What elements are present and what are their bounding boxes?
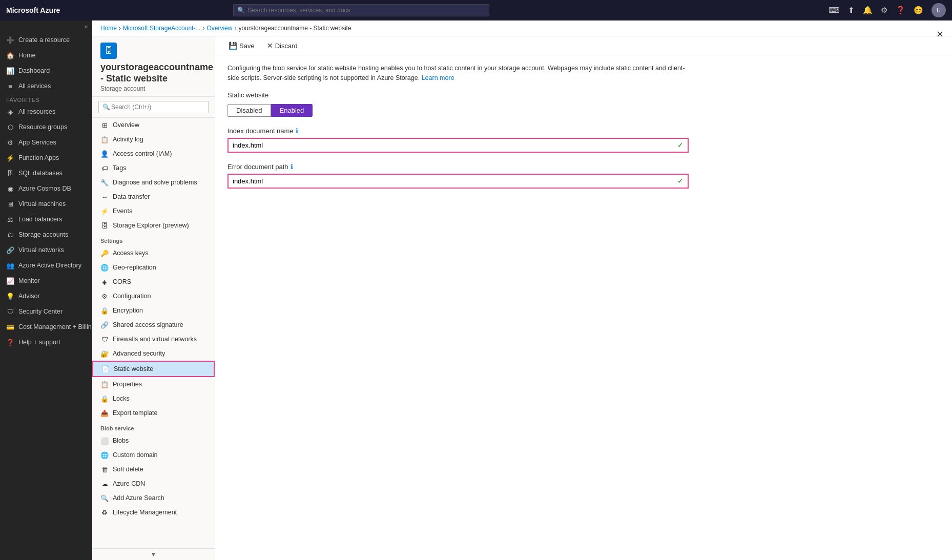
sidebar-item-all-resources[interactable]: ◈ All resources — [0, 104, 92, 119]
upload-icon[interactable]: ⬆ — [848, 6, 855, 15]
nav-access-keys-label: Access keys — [113, 250, 148, 257]
sidebar-item-aad[interactable]: 👥 Azure Active Directory — [0, 258, 92, 273]
breadcrumb-home[interactable]: Home — [100, 25, 117, 32]
nav-cors-label: CORS — [113, 278, 131, 285]
notifications-icon[interactable]: 🔔 — [863, 6, 873, 15]
save-button[interactable]: 💾 Save — [223, 39, 260, 52]
nav-firewalls-label: Firewalls and virtual networks — [113, 336, 197, 343]
cloud-shell-icon[interactable]: ⌨ — [829, 6, 840, 15]
sidebar-item-load-balancers[interactable]: ⚖ Load balancers — [0, 212, 92, 227]
nav-item-data-transfer[interactable]: ↔ Data transfer — [92, 190, 215, 204]
vnet-label: Virtual networks — [18, 246, 64, 254]
nav-item-locks[interactable]: 🔒 Locks — [92, 391, 215, 406]
learn-more-link[interactable]: Learn more — [422, 74, 454, 81]
sidebar-item-function-apps[interactable]: ⚡ Function Apps — [0, 150, 92, 165]
nav-item-overview[interactable]: ⊞ Overview — [92, 118, 215, 132]
home-label: Home — [18, 52, 35, 59]
nav-item-properties[interactable]: 📋 Properties — [92, 377, 215, 391]
sidebar-item-cosmos-db[interactable]: ◉ Azure Cosmos DB — [0, 181, 92, 196]
nav-item-access-keys[interactable]: 🔑 Access keys — [92, 246, 215, 260]
content-area: Home › Microsoft.StorageAccount-... › Ov… — [92, 20, 952, 560]
breadcrumb-storage-account[interactable]: Microsoft.StorageAccount-... — [123, 25, 200, 32]
nav-item-tags[interactable]: 🏷 Tags — [92, 161, 215, 175]
sidebar-item-home[interactable]: 🏠 Home — [0, 48, 92, 63]
nav-item-encryption[interactable]: 🔒 Encryption — [92, 303, 215, 318]
nav-search-label: Add Azure Search — [113, 494, 164, 502]
feedback-icon[interactable]: 😊 — [914, 6, 923, 15]
nav-item-firewalls[interactable]: 🛡 Firewalls and virtual networks — [92, 332, 215, 346]
lb-icon: ⚖ — [6, 215, 14, 223]
create-resource-label: Create a resource — [18, 36, 70, 44]
sidebar-item-cost-management[interactable]: 💳 Cost Management + Billing — [0, 319, 92, 335]
sidebar-item-create-resource[interactable]: ➕ Create a resource — [0, 32, 92, 48]
settings-icon[interactable]: ⚙ — [881, 6, 887, 15]
storage-explorer-icon: 🗄 — [100, 221, 109, 230]
nav-item-configuration[interactable]: ⚙ Configuration — [92, 289, 215, 303]
nav-storage-explorer-label: Storage Explorer (preview) — [113, 222, 189, 229]
nav-item-storage-explorer[interactable]: 🗄 Storage Explorer (preview) — [92, 218, 215, 233]
app-services-icon: ⚙ — [6, 138, 14, 147]
nav-item-blobs[interactable]: ⬜ Blobs — [92, 433, 215, 448]
index-doc-check-icon: ✓ — [673, 141, 688, 149]
toggle-enabled-btn[interactable]: Enabled — [271, 104, 313, 117]
index-doc-info-icon[interactable]: ℹ — [296, 127, 298, 135]
nav-item-advanced-security[interactable]: 🔐 Advanced security — [92, 346, 215, 361]
nav-item-export-template[interactable]: 📤 Export template — [92, 406, 215, 420]
toggle-disabled-btn[interactable]: Disabled — [227, 104, 271, 117]
sidebar-item-dashboard[interactable]: 📊 Dashboard — [0, 63, 92, 78]
nav-item-diagnose[interactable]: 🔧 Diagnose and solve problems — [92, 175, 215, 190]
sidebar-item-advisor[interactable]: 💡 Advisor — [0, 288, 92, 304]
blob-section-label: Blob service — [92, 420, 215, 433]
monitor-icon: 📈 — [6, 277, 14, 285]
iam-icon: 👤 — [100, 150, 109, 158]
sidebar-item-app-services[interactable]: ⚙ App Services — [0, 135, 92, 150]
nav-item-add-azure-search[interactable]: 🔍 Add Azure Search — [92, 491, 215, 505]
nav-item-cors[interactable]: ◈ CORS — [92, 275, 215, 289]
index-doc-field: Index document name ℹ ✓ — [227, 127, 689, 153]
nav-export-label: Export template — [113, 409, 158, 417]
sidebar-item-resource-groups[interactable]: ⬡ Resource groups — [0, 119, 92, 135]
sidebar-item-storage-accounts[interactable]: 🗂 Storage accounts — [0, 227, 92, 242]
error-doc-info-icon[interactable]: ℹ — [291, 163, 293, 171]
search-icon: 🔍 — [237, 7, 245, 14]
breadcrumb-overview[interactable]: Overview — [206, 25, 232, 32]
nav-tags-label: Tags — [113, 164, 126, 172]
sidebar-item-virtual-networks[interactable]: 🔗 Virtual networks — [0, 242, 92, 258]
error-doc-input[interactable] — [229, 175, 673, 188]
nav-item-static-website[interactable]: 📄 Static website — [92, 361, 215, 377]
sidebar-collapse-btn[interactable]: « — [0, 20, 92, 32]
avatar[interactable]: U — [932, 3, 946, 17]
discard-button[interactable]: ✕ Discard — [262, 39, 303, 52]
cost-icon: 💳 — [6, 323, 14, 331]
search-container: 🔍 — [233, 4, 489, 16]
sidebar-item-help[interactable]: ❓ Help + support — [0, 335, 92, 350]
storage-account-icon: 🗄 — [100, 43, 117, 59]
nav-custom-domain-label: Custom domain — [113, 451, 158, 459]
resource-header: 🗄 yourstorageaccountname - Static websit… — [92, 36, 215, 97]
nav-item-sas[interactable]: 🔗 Shared access signature — [92, 318, 215, 332]
nav-soft-delete-label: Soft delete — [113, 466, 143, 473]
error-doc-label: Error document path ℹ — [227, 163, 689, 171]
nav-item-soft-delete[interactable]: 🗑 Soft delete — [92, 462, 215, 476]
blobs-icon: ⬜ — [100, 437, 109, 445]
nav-item-azure-cdn[interactable]: ☁ Azure CDN — [92, 476, 215, 491]
sidebar-item-monitor[interactable]: 📈 Monitor — [0, 273, 92, 288]
nav-item-lifecycle[interactable]: ♻ Lifecycle Management — [92, 505, 215, 520]
overview-icon: ⊞ — [100, 121, 109, 129]
panel-close-button[interactable]: ✕ — [936, 29, 944, 40]
sidebar-item-all-services[interactable]: ≡ All services — [0, 78, 92, 94]
nav-item-events[interactable]: ⚡ Events — [92, 204, 215, 218]
search-input[interactable] — [233, 4, 489, 16]
nav-item-activity-log[interactable]: 📋 Activity log — [92, 132, 215, 147]
resource-search-input[interactable] — [98, 101, 209, 113]
sidebar-item-virtual-machines[interactable]: 🖥 Virtual machines — [0, 196, 92, 212]
index-doc-input[interactable] — [229, 139, 673, 152]
nav-item-iam[interactable]: 👤 Access control (IAM) — [92, 147, 215, 161]
help-icon[interactable]: ❓ — [896, 6, 905, 15]
nav-item-custom-domain[interactable]: 🌐 Custom domain — [92, 448, 215, 462]
nav-item-geo-replication[interactable]: 🌐 Geo-replication — [92, 260, 215, 275]
sidebar-item-security-center[interactable]: 🛡 Security Center — [0, 304, 92, 319]
security-icon: 🛡 — [6, 307, 14, 316]
sidebar-item-sql-databases[interactable]: 🗄 SQL databases — [0, 165, 92, 181]
nav-scroll-down[interactable]: ▼ — [92, 548, 215, 560]
